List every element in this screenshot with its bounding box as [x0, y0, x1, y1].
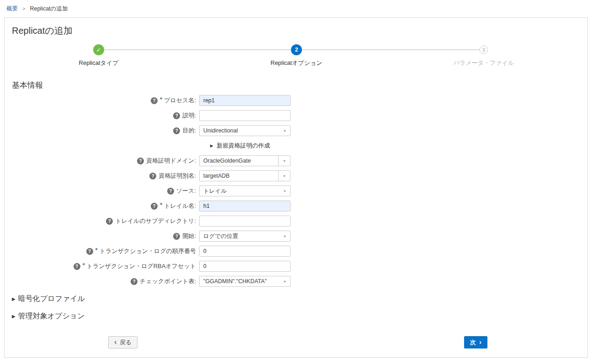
chevron-right-icon: ›	[479, 338, 481, 345]
encryption-profile-label: 暗号化プロファイル	[18, 294, 85, 304]
required-icon: *	[160, 201, 162, 208]
transaction-log-rba-offset-input[interactable]	[199, 261, 291, 272]
step-2-circle[interactable]: 2	[291, 44, 302, 55]
transaction-log-sequence-number-label: トランザクション・ログの順序番号	[100, 247, 196, 255]
stepper-connector	[99, 49, 296, 50]
source-label: ソース:	[176, 187, 196, 195]
section-toggle-encryption-profile[interactable]: ▶暗号化プロファイル	[12, 293, 587, 304]
source-select[interactable]: トレイル▼	[199, 185, 291, 196]
back-button[interactable]: ‹ 戻る	[108, 336, 137, 348]
help-icon[interactable]: ?	[173, 233, 180, 240]
checkpoint-table-value: "GGADMIN"."CHKDATA"	[200, 278, 283, 285]
check-icon: ✓	[96, 47, 101, 53]
process-name-input[interactable]	[199, 95, 291, 106]
trail-subdirectory-label-group: ?トレイルのサブディレクトリ:	[5, 217, 199, 225]
chevron-left-icon: ‹	[114, 338, 117, 346]
breadcrumb-current: Replicatの追加	[30, 5, 68, 13]
help-icon[interactable]: ?	[151, 203, 158, 210]
chevron-down-icon: ▼	[283, 129, 290, 132]
page-title: Replicatの追加	[12, 25, 580, 37]
collapsed-sections: ▶暗号化プロファイル▶管理対象オプション	[5, 293, 587, 322]
stepper-connector	[296, 49, 484, 50]
chevron-down-icon: ▼	[283, 235, 290, 238]
description-label-group: ?説明:	[5, 111, 199, 120]
chevron-down-icon: ▼	[283, 190, 290, 193]
required-icon: *	[83, 262, 85, 269]
intent-label-group: ?目的:	[5, 127, 199, 135]
process-name-label: プロセス名:	[164, 96, 196, 105]
transaction-log-rba-offset-label: トランザクション・ログRBAオフセット	[87, 262, 196, 270]
description-input[interactable]	[199, 110, 291, 121]
trail-subdirectory-input[interactable]	[199, 216, 291, 227]
create-new-credential-link[interactable]: ▶新規資格証明の作成	[5, 140, 587, 151]
help-icon[interactable]: ?	[106, 218, 113, 225]
page: 概要 > Replicatの追加 Replicatの追加 ✓ Replicatタ…	[0, 0, 592, 364]
credential-alias-value: targetADB	[200, 173, 278, 179]
checkpoint-table-label: チェックポイント表:	[140, 277, 196, 285]
required-icon: *	[95, 247, 98, 253]
section-toggle-managed-options[interactable]: ▶管理対象オプション	[12, 311, 587, 322]
form-row-process-name: ?*プロセス名:	[5, 95, 587, 106]
help-icon[interactable]: ?	[131, 278, 137, 285]
help-icon[interactable]: ?	[74, 263, 80, 270]
step-3-label: パラメータ・ファイル	[429, 59, 539, 67]
credential-domain-label: 資格証明ドメイン:	[146, 157, 196, 165]
description-label: 説明:	[182, 111, 196, 120]
next-button[interactable]: 次 ›	[464, 336, 487, 348]
breadcrumb: 概要 > Replicatの追加	[0, 0, 592, 17]
disclosure-arrow-icon: ▶	[12, 314, 16, 319]
disclosure-arrow-icon: ▶	[210, 143, 213, 148]
breadcrumb-separator-icon: >	[22, 6, 25, 11]
step-3-number: 3	[482, 47, 485, 53]
form-fields: ?*プロセス名:?説明:?目的:Unidirectional▼▶新規資格証明の作…	[5, 95, 587, 287]
credential-domain-value: OracleGoldenGate	[200, 158, 278, 164]
form-row-source: ?ソース:トレイル▼	[5, 185, 587, 196]
help-icon[interactable]: ?	[167, 188, 174, 195]
trail-name-label-group: ?*トレイル名:	[5, 202, 199, 210]
begin-value: ログでの位置	[200, 232, 283, 240]
form-row-description: ?説明:	[5, 110, 587, 121]
form-row-intent: ?目的:Unidirectional▼	[5, 125, 587, 136]
step-3-circle[interactable]: 3	[480, 46, 488, 54]
help-icon[interactable]: ?	[173, 127, 180, 134]
help-icon[interactable]: ?	[173, 112, 180, 119]
step-1-circle[interactable]: ✓	[93, 44, 104, 55]
help-icon[interactable]: ?	[151, 97, 158, 104]
chevron-down-icon: ▼	[283, 174, 286, 178]
back-button-label: 戻る	[120, 338, 132, 347]
credential-domain-dropdown-button[interactable]: ▼	[278, 156, 290, 166]
disclosure-arrow-icon: ▶	[12, 296, 16, 301]
managed-options-label: 管理対象オプション	[18, 311, 85, 321]
help-icon[interactable]: ?	[86, 248, 93, 255]
form-row-begin: ?開始:ログでの位置▼	[5, 231, 587, 242]
form-row-trail-name: ?*トレイル名:	[5, 200, 587, 211]
help-icon[interactable]: ?	[149, 173, 156, 179]
form-row-transaction-log-rba-offset: ?*トランザクション・ログRBAオフセット	[5, 261, 587, 272]
breadcrumb-overview-link[interactable]: 概要	[6, 5, 18, 13]
help-icon[interactable]: ?	[137, 158, 144, 164]
next-button-label: 次	[470, 338, 476, 347]
section-title-basic-information: 基本情報	[12, 80, 587, 90]
form-row-checkpoint-table: ?チェックポイント表:"GGADMIN"."CHKDATA"▼	[5, 276, 587, 287]
credential-domain-label-group: ?資格証明ドメイン:	[5, 157, 199, 165]
transaction-log-rba-offset-label-group: ?*トランザクション・ログRBAオフセット	[5, 262, 199, 270]
trail-name-input[interactable]	[199, 200, 291, 211]
intent-value: Unidirectional	[200, 127, 283, 134]
source-value: トレイル	[200, 187, 283, 195]
begin-label-group: ?開始:	[5, 232, 199, 240]
credential-alias-combobox[interactable]: targetADB▼	[199, 170, 291, 181]
wizard-stepper: ✓ Replicatタイプ 2 Replicatオプション 3 パラメータ・ファ…	[5, 37, 587, 80]
credential-alias-label: 資格証明別名:	[159, 172, 196, 180]
begin-select[interactable]: ログでの位置▼	[199, 231, 291, 242]
intent-select[interactable]: Unidirectional▼	[199, 125, 291, 136]
transaction-log-sequence-number-input[interactable]	[199, 246, 291, 257]
credential-domain-combobox[interactable]: OracleGoldenGate▼	[199, 155, 291, 166]
checkpoint-table-label-group: ?チェックポイント表:	[5, 277, 199, 285]
trail-name-label: トレイル名:	[164, 202, 196, 210]
form-row-credential-domain: ?資格証明ドメイン:OracleGoldenGate▼	[5, 155, 587, 166]
chevron-down-icon: ▼	[283, 159, 286, 163]
create-new-credential-label: 新規資格証明の作成	[217, 142, 270, 150]
checkpoint-table-select[interactable]: "GGADMIN"."CHKDATA"▼	[199, 276, 291, 287]
credential-alias-dropdown-button[interactable]: ▼	[278, 171, 290, 181]
required-icon: *	[160, 96, 162, 103]
